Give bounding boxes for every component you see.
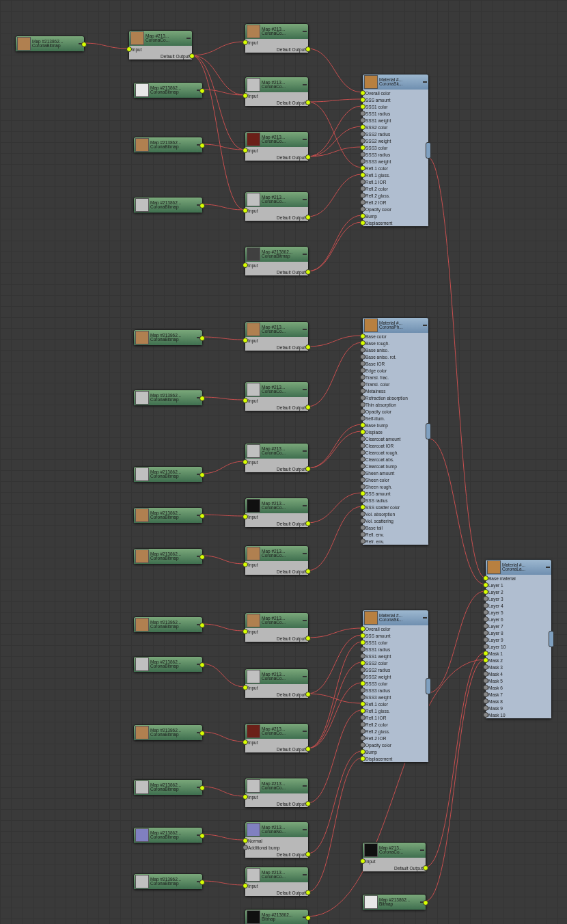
node-header[interactable]: Map #213862...CoronaBitmap [134,874,202,889]
material-slot[interactable]: SSS2 color [363,660,428,666]
output-port[interactable] [199,88,205,94]
node-header[interactable]: Map #213...CoronaCo... [245,77,308,92]
material-slot[interactable]: Refl.1 color [363,165,428,172]
material-slot[interactable]: Refl.2 IOR [363,199,428,206]
collapse-icon[interactable] [303,505,307,506]
collapse-icon[interactable] [420,850,424,851]
color-correct-node[interactable]: Map #213862...Bitmap [245,909,309,924]
material-slot[interactable]: Refl.2 IOR [363,735,428,742]
collapse-icon[interactable] [423,325,427,326]
node-header[interactable]: Map #213862...CoronaBitmap [134,780,202,795]
color-correct-node[interactable]: Map #213...CoronaCo...InputDefault Outpu… [245,23,309,53]
material-slot[interactable]: SSS2 radius [363,666,428,673]
node-header[interactable]: Map #213...CoronaCo... [245,867,308,882]
material-slot[interactable]: SSS1 weight [363,653,428,660]
color-correct-node[interactable]: Map #213...CoronaCo...InputDefault Outpu… [245,867,309,897]
input-slot[interactable]: Input [245,207,308,214]
bitmap-node[interactable]: Map #213862...CoronaBitmap [133,390,203,406]
color-correct-node[interactable]: Map #213...CoronaCo...InputDefault Outpu… [245,191,309,221]
node-header[interactable]: Map #213...CoronaCo... [363,843,426,858]
material-slot[interactable]: Bump [363,213,428,219]
output-slot[interactable]: Default Output [363,865,426,871]
material-slot[interactable]: Base aniso. [363,346,428,353]
color-correct-node[interactable]: Map #213...CoronaCo...InputDefault Outpu… [245,381,309,411]
node-header[interactable]: Map #213862...CoronaBitmap [134,725,202,740]
material-slot[interactable]: SSS2 weight [363,137,428,144]
output-port[interactable] [199,336,205,341]
input-slot[interactable]: Input [363,858,426,865]
node-header[interactable]: Map #213...CoronaCo... [245,498,308,513]
material-slot[interactable]: SSS scatter color [363,504,428,511]
material-slot[interactable]: Layer 8 [486,629,551,636]
color-correct-node[interactable]: Map #213...CoronaCo...InputDefault Outpu… [245,77,309,107]
material-slot[interactable]: Base tail [363,524,428,531]
material-slot[interactable]: Layer 10 [486,643,551,650]
color-correct-node[interactable]: Map #213...CoronaCo...InputDefault Outpu… [245,131,309,161]
material-slot[interactable]: SSS1 color [363,103,428,110]
node-header[interactable]: Map #213...CoronaCo... [245,778,308,793]
bitmap-node[interactable]: Map #213862...CoronaBitmap [133,656,203,672]
color-correct-node[interactable]: Map #213...CoronaCo...InputDefault Outpu… [245,545,309,575]
color-correct-node[interactable]: Map #213...CoronaCo...InputDefault Outpu… [245,668,309,698]
bitmap-node[interactable]: Map #213862...CoronaBitmap [133,137,203,153]
collapse-icon[interactable] [303,620,307,621]
output-slot[interactable]: Default Output [245,520,308,527]
input-slot[interactable]: Input [245,147,308,154]
material-slot[interactable]: Displace [363,429,428,435]
material-slot[interactable]: Sheen amount [363,470,428,476]
output-port[interactable] [199,731,205,736]
material-slot[interactable]: Mask 1 [486,650,551,657]
collapse-icon[interactable] [546,567,550,568]
collapse-icon[interactable] [303,199,307,200]
output-port[interactable] [305,915,311,921]
material-slot[interactable]: Layer 6 [486,616,551,623]
material-slot[interactable]: Mask 8 [486,698,551,705]
collapse-icon[interactable] [303,785,307,787]
bitmap-node[interactable]: Map #213862...CoronaBitmap [133,197,203,213]
color-correct-node[interactable]: Map #213...CoronaCo...InputDefault Outpu… [362,842,426,872]
node-header[interactable]: Map #213...CoronaCo... [245,546,308,561]
node-header[interactable]: Material #...CoronaSk... [363,610,428,625]
output-slot[interactable]: Default Output [245,635,308,642]
material-slot[interactable]: SSS3 weight [363,694,428,701]
bitmap-node[interactable]: Map #213862...CoronaBitmap [133,779,203,796]
material-slot[interactable]: Base bump [363,422,428,429]
output-handle[interactable] [426,678,431,694]
node-header[interactable]: Map #213862...CoronaBitmap [134,657,202,672]
input-slot[interactable]: Input [245,882,308,889]
collapse-icon[interactable] [423,81,427,83]
material-node[interactable]: Material #...CoronaSk...Overall colorSSS… [362,74,429,227]
input-slot[interactable]: Input [129,46,192,53]
material-slot[interactable]: Layer 4 [486,602,551,609]
material-slot[interactable]: Transl. frac. [363,374,428,381]
bitmap-node[interactable]: Map #213862...CoronaBitmap [133,616,203,633]
material-slot[interactable]: SSS3 weight [363,158,428,165]
material-node[interactable]: Material #...CoronaSk...Overall colorSSS… [362,610,429,763]
material-slot[interactable]: Mask 6 [486,684,551,691]
node-header[interactable]: Map #213...CoronaCo... [245,382,308,397]
material-slot[interactable]: Layer 7 [486,623,551,629]
output-port[interactable] [199,623,205,628]
output-slot[interactable]: Default Output [245,99,308,106]
collapse-icon[interactable] [303,139,307,140]
node-header[interactable]: Material #...CoronaPh... [363,318,428,333]
node-header[interactable]: Map #213862...CoronaBitmap [16,36,84,51]
collapse-icon[interactable] [186,38,191,39]
output-slot[interactable]: Default Output [245,154,308,161]
material-slot[interactable]: Refl.1 color [363,701,428,707]
output-slot[interactable]: Default Output [245,214,308,221]
node-header[interactable]: Map #213...CoronaCo... [245,322,308,337]
node-header[interactable]: Map #213...CoronaCo... [245,444,308,459]
color-correct-node[interactable]: Map #213...CoronaNo...NormalAdditional b… [245,821,309,858]
bitmap-node[interactable]: Map #213862...CoronaBitmap [133,82,203,98]
material-slot[interactable]: Mask 7 [486,691,551,698]
material-slot[interactable]: Layer 3 [486,595,551,602]
material-slot[interactable]: Base color [363,333,428,340]
color-correct-node[interactable]: Map #213...CoronaCo...InputDefault Outpu… [245,612,309,642]
material-slot[interactable]: Clearcoat rough. [363,449,428,456]
material-slot[interactable]: Mask 3 [486,664,551,670]
material-slot[interactable]: Metalness [363,388,428,394]
output-slot[interactable]: Default Output [129,53,192,59]
material-slot[interactable]: Base aniso. rot. [363,353,428,360]
output-slot[interactable]: Default Output [245,344,308,351]
